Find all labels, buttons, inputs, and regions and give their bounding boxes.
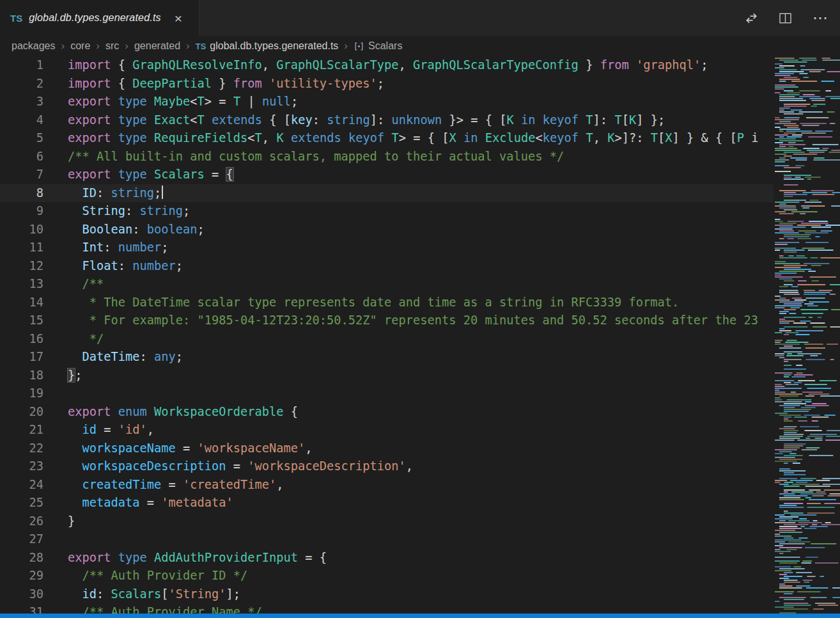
line-number[interactable]: 6 [0, 148, 43, 166]
code-line[interactable]: 10 Boolean: boolean; [0, 221, 774, 239]
line-number[interactable]: 10 [0, 221, 43, 239]
code-line[interactable]: 7export type Scalars = { [0, 166, 774, 184]
code-line[interactable]: 25 metadata = 'metadata' [0, 494, 774, 512]
code-line-text: */ [68, 330, 104, 349]
breadcrumb-file[interactable]: TSglobal.db.types.generated.ts [196, 40, 339, 52]
code-line[interactable]: 1import { GraphQLResolveInfo, GraphQLSca… [0, 56, 774, 75]
line-number[interactable]: 11 [0, 239, 43, 257]
line-number[interactable]: 2 [0, 75, 43, 93]
line-number[interactable]: 8 [0, 184, 43, 203]
line-number[interactable]: 16 [0, 330, 43, 349]
line-number[interactable]: 19 [0, 384, 43, 403]
vscode-window: TS global.db.types.generated.ts × ⋯ pack… [0, 0, 840, 618]
breadcrumb-item-src[interactable]: src [105, 40, 119, 52]
line-number[interactable]: 17 [0, 348, 43, 367]
line-number[interactable]: 25 [0, 494, 43, 512]
code-line[interactable]: 27 [0, 530, 774, 549]
line-number[interactable]: 26 [0, 512, 43, 531]
code-line-text: * For example: "1985-04-12T23:20:50.52Z"… [68, 312, 758, 330]
line-number[interactable]: 27 [0, 530, 43, 549]
code-line[interactable]: 22 workspaceName = 'workspaceName', [0, 440, 774, 458]
more-actions-icon[interactable]: ⋯ [813, 9, 828, 27]
tab-close-icon[interactable]: × [173, 12, 184, 25]
line-number[interactable]: 24 [0, 476, 43, 495]
code-line[interactable]: 30 id: Scalars['String']; [0, 585, 774, 604]
code-line[interactable]: 14 * The DateTime scalar type represents… [0, 294, 774, 312]
split-editor-icon[interactable] [779, 12, 792, 25]
code-area[interactable]: 1import { GraphQLResolveInfo, GraphQLSca… [0, 56, 774, 618]
code-line[interactable]: 3export type Maybe<T> = T | null; [0, 93, 774, 111]
breadcrumb-separator: › [125, 40, 128, 52]
code-line[interactable]: 15 * For example: "1985-04-12T23:20:50.5… [0, 312, 774, 330]
status-bar-strip [0, 614, 840, 618]
symbol-type-icon [354, 41, 364, 52]
code-line[interactable]: 18}; [0, 367, 774, 385]
code-line[interactable]: 2import { DeepPartial } from 'utility-ty… [0, 75, 774, 93]
code-line-text: ID: string; [68, 184, 163, 203]
line-number[interactable]: 29 [0, 567, 43, 585]
breadcrumb-separator: › [61, 40, 65, 52]
line-number[interactable]: 30 [0, 585, 43, 604]
code-line[interactable]: 29 /** Auth Provider ID */ [0, 567, 774, 585]
code-line[interactable]: 5export type RequireFields<T, K extends … [0, 129, 774, 148]
line-number[interactable]: 20 [0, 403, 43, 422]
line-number[interactable]: 1 [0, 56, 43, 75]
breadcrumb-item-generated[interactable]: generated [134, 40, 180, 52]
code-line[interactable]: 17 DateTime: any; [0, 348, 774, 367]
minimap[interactable] [774, 56, 840, 618]
code-line[interactable]: 12 Float: number; [0, 257, 774, 276]
line-number[interactable]: 22 [0, 440, 43, 458]
code-line[interactable]: 16 */ [0, 330, 774, 349]
code-line[interactable]: 8 ID: string; [0, 184, 774, 203]
line-number[interactable]: 28 [0, 549, 43, 567]
code-line[interactable]: 19 [0, 384, 774, 403]
line-number[interactable]: 7 [0, 166, 43, 184]
code-line-text: /** [68, 275, 104, 294]
breadcrumb-separator: › [344, 40, 348, 52]
code-line-text: * The DateTime scalar type represents da… [68, 294, 679, 312]
code-line-text: DateTime: any; [68, 348, 183, 367]
line-number[interactable]: 4 [0, 111, 43, 130]
code-line[interactable]: 21 id = 'id', [0, 421, 774, 440]
code-line[interactable]: 6/** All built-in and custom scalars, ma… [0, 148, 774, 166]
tab-title: global.db.types.generated.ts [29, 12, 161, 24]
code-line[interactable]: 28export type AddAuthProviderInput = { [0, 549, 774, 567]
code-line[interactable]: 24 createdTime = 'createdTime', [0, 476, 774, 495]
breadcrumb-separator: › [96, 40, 100, 52]
line-number[interactable]: 3 [0, 93, 43, 111]
open-changes-icon[interactable] [745, 12, 758, 25]
line-number[interactable]: 9 [0, 202, 43, 221]
breadcrumb-symbol-scalars[interactable]: Scalars [354, 40, 402, 52]
code-line-text: String: string; [68, 202, 190, 221]
editor-actions: ⋯ [745, 0, 840, 36]
tab-global-db-types-generated[interactable]: TS global.db.types.generated.ts × [0, 0, 199, 36]
code-line-text: export type RequireFields<T, K extends k… [68, 129, 759, 148]
code-line-text: /** Auth Provider ID */ [68, 567, 247, 585]
breadcrumb-item-packages[interactable]: packages [12, 40, 56, 52]
code-line[interactable]: 20export enum WorkspaceOrderable { [0, 403, 774, 422]
line-number[interactable]: 13 [0, 275, 43, 294]
line-number[interactable]: 18 [0, 367, 43, 385]
breadcrumb-item-core[interactable]: core [70, 40, 90, 52]
typescript-file-icon: TS [196, 42, 206, 51]
code-line[interactable]: 23 workspaceDescription = 'workspaceDesc… [0, 457, 774, 476]
line-number[interactable]: 14 [0, 294, 43, 312]
code-line[interactable]: 4export type Exact<T extends { [key: str… [0, 111, 774, 130]
line-number[interactable]: 12 [0, 257, 43, 276]
code-line[interactable]: 11 Int: number; [0, 239, 774, 257]
code-line[interactable]: 9 String: string; [0, 202, 774, 221]
code-line-text: id: Scalars['String']; [68, 585, 240, 604]
line-number[interactable]: 5 [0, 129, 43, 148]
line-number[interactable]: 15 [0, 312, 43, 330]
code-line-text: createdTime = 'createdTime', [68, 476, 284, 495]
code-line-text: id = 'id', [68, 421, 154, 440]
typescript-file-icon: TS [10, 13, 22, 24]
code-line[interactable]: 26} [0, 512, 774, 531]
line-number[interactable]: 21 [0, 421, 43, 440]
code-line[interactable]: 13 /** [0, 275, 774, 294]
text-cursor [162, 186, 163, 199]
editor: 1import { GraphQLResolveInfo, GraphQLSca… [0, 56, 840, 618]
code-line-text: export type Exact<T extends { [key: stri… [68, 111, 665, 130]
code-line-text: }; [68, 367, 82, 385]
line-number[interactable]: 23 [0, 457, 43, 476]
